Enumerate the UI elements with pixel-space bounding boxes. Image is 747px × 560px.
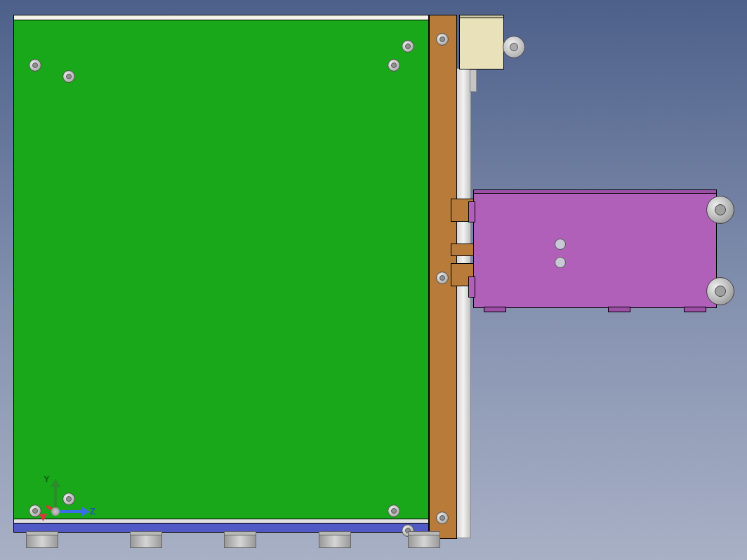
purple-assembly bbox=[474, 194, 716, 307]
purple-notch bbox=[469, 202, 475, 222]
vertical-rail bbox=[456, 69, 470, 538]
purple-hole bbox=[555, 257, 566, 268]
foot bbox=[131, 535, 161, 547]
panel-bolt bbox=[29, 60, 41, 71]
purple-bottom-tab bbox=[685, 307, 706, 312]
z-axis bbox=[58, 510, 84, 513]
purple-cylinder-top bbox=[707, 196, 734, 223]
foot bbox=[319, 535, 350, 547]
foot bbox=[225, 535, 256, 547]
panel-bolt bbox=[63, 71, 74, 82]
bracket-bolt bbox=[437, 34, 448, 45]
y-axis-arrow-icon bbox=[51, 479, 60, 487]
purple-notch bbox=[469, 277, 475, 297]
green-top-strip bbox=[14, 15, 428, 20]
panel-bolt bbox=[388, 60, 399, 71]
purple-cylinder-bottom bbox=[707, 278, 734, 305]
x-axis-arrow-icon bbox=[37, 510, 48, 521]
z-axis-arrow-icon bbox=[81, 507, 90, 516]
bracket-bolt bbox=[437, 512, 448, 524]
panel-bolt bbox=[388, 505, 399, 516]
panel-bolt bbox=[402, 41, 414, 52]
foot bbox=[27, 535, 58, 547]
rail-connector bbox=[470, 70, 476, 91]
beige-block bbox=[460, 18, 503, 69]
purple-hole bbox=[555, 239, 566, 250]
green-main-panel bbox=[14, 15, 428, 532]
z-axis-label: Z bbox=[90, 506, 95, 516]
bracket-bolt bbox=[437, 272, 448, 284]
purple-bottom-tab bbox=[484, 307, 505, 312]
purple-bottom-tab bbox=[609, 307, 630, 312]
triad-origin bbox=[51, 507, 60, 516]
coordinate-triad[interactable]: Y Z bbox=[35, 481, 91, 530]
cad-viewport[interactable]: Y Z bbox=[0, 0, 747, 560]
y-axis-label: Y bbox=[44, 474, 50, 484]
foot bbox=[409, 535, 439, 547]
knob-top bbox=[503, 36, 524, 58]
